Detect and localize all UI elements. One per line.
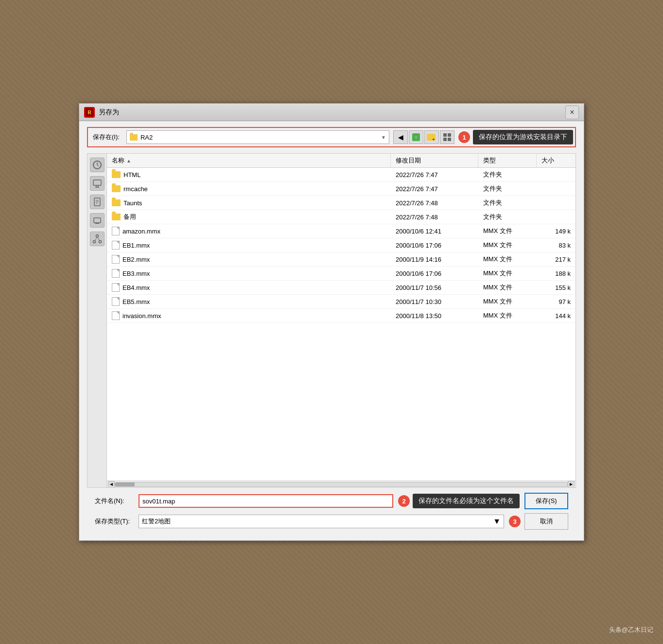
file-modified-cell: 2022/7/26 7:48	[391, 196, 478, 210]
file-modified-cell: 2022/7/26 7:48	[391, 210, 478, 224]
svg-text:↑: ↑	[415, 135, 418, 140]
file-modified-cell: 2000/10/6 12:41	[391, 224, 478, 238]
save-button[interactable]: 保存(S)	[524, 493, 568, 509]
view-button[interactable]	[440, 130, 454, 144]
horizontal-scrollbar[interactable]: ◀ ▶	[107, 481, 576, 487]
col-name[interactable]: 名称 ▲	[107, 154, 391, 167]
scrollbar-track[interactable]	[115, 482, 568, 487]
file-icon	[112, 311, 120, 320]
file-name-cell: HTML	[107, 168, 391, 181]
file-name-text: EB3.mmx	[122, 270, 150, 277]
filename-tooltip: 保存的文件名必须为这个文件名	[413, 494, 520, 508]
new-folder-button[interactable]: +	[424, 130, 439, 144]
file-name-cell: 备用	[107, 210, 391, 224]
scrollbar-thumb[interactable]	[115, 483, 135, 486]
filetype-row: 保存类型(T): 红警2地图 ▼ 3 取消	[95, 513, 568, 530]
file-icon	[112, 283, 120, 292]
file-name-cell: rmcache	[107, 182, 391, 196]
svg-point-25	[93, 241, 95, 243]
folder-icon	[130, 134, 138, 141]
cancel-button[interactable]: 取消	[524, 513, 568, 530]
table-row[interactable]: Taunts2022/7/26 7:48文件夹	[107, 196, 576, 210]
toolbar-buttons: ◀ ↑ +	[393, 130, 454, 144]
svg-line-28	[97, 237, 100, 241]
file-icon	[112, 255, 120, 264]
table-row[interactable]: invasion.mmx2000/11/8 13:50MMX 文件144 k	[107, 309, 576, 323]
filetype-label: 保存类型(T):	[95, 517, 134, 526]
table-row[interactable]: EB3.mmx2000/10/6 17:06MMX 文件188 k	[107, 267, 576, 281]
file-list-container: 名称 ▲ 修改日期 类型 大小 HTML2022/7/26 7:47文件夹rmc…	[106, 153, 576, 488]
nav-desktop-icon[interactable]	[90, 176, 105, 191]
col-size[interactable]: 大小	[537, 154, 576, 167]
file-type-cell: MMX 文件	[478, 309, 537, 322]
file-icon	[112, 269, 120, 278]
watermark: 头条@乙木日记	[609, 626, 653, 634]
file-modified-cell: 2022/7/26 7:47	[391, 168, 478, 181]
folder-icon	[112, 171, 121, 178]
file-size-cell	[537, 196, 576, 210]
back-button[interactable]: ◀	[393, 130, 408, 144]
file-name-text: rmcache	[123, 185, 148, 193]
folder-icon	[112, 214, 121, 220]
svg-rect-23	[95, 223, 99, 224]
file-modified-cell: 2000/11/7 10:56	[391, 281, 478, 294]
bottom-section: 文件名(N): 2 保存的文件名必须为这个文件名 保存(S) 保存类型(T): …	[87, 488, 576, 535]
annotation-1: 1	[458, 131, 470, 143]
file-type-cell: 文件夹	[478, 210, 537, 224]
file-size-cell: 97 k	[537, 295, 576, 308]
file-name-text: HTML	[123, 171, 140, 179]
table-row[interactable]: amazon.mmx2000/10/6 12:41MMX 文件149 k	[107, 224, 576, 238]
location-tooltip-area: 1 保存的位置为游戏安装目录下	[458, 130, 573, 144]
nav-network-icon[interactable]	[90, 232, 105, 246]
file-size-cell: 149 k	[537, 224, 576, 238]
table-row[interactable]: rmcache2022/7/26 7:47文件夹	[107, 182, 576, 196]
filetype-text: 红警2地图	[142, 517, 490, 526]
svg-rect-22	[94, 218, 101, 223]
scroll-left-btn[interactable]: ◀	[108, 481, 115, 488]
filetype-combo[interactable]: 红警2地图 ▼	[139, 515, 504, 528]
file-type-cell: MMX 文件	[478, 267, 537, 280]
file-name-cell: EB2.mmx	[107, 252, 391, 266]
svg-line-13	[97, 165, 99, 166]
sort-arrow-icon: ▲	[126, 158, 131, 163]
nav-recent-icon[interactable]	[90, 158, 105, 172]
nav-documents-icon[interactable]	[90, 195, 105, 209]
svg-rect-10	[448, 138, 451, 141]
nav-computer-icon[interactable]	[90, 213, 105, 228]
close-button[interactable]: ×	[565, 106, 579, 119]
svg-rect-7	[443, 133, 447, 137]
annotation-2: 2	[398, 495, 410, 507]
file-area: 名称 ▲ 修改日期 类型 大小 HTML2022/7/26 7:47文件夹rmc…	[87, 153, 576, 488]
folder-icon	[112, 185, 121, 192]
file-size-cell: 155 k	[537, 281, 576, 294]
file-type-cell: 文件夹	[478, 196, 537, 210]
filename-row: 文件名(N): 2 保存的文件名必须为这个文件名 保存(S)	[95, 493, 568, 509]
combo-arrow-icon: ▼	[381, 135, 386, 140]
up-button[interactable]: ↑	[409, 130, 423, 144]
table-row[interactable]: EB4.mmx2000/11/7 10:56MMX 文件155 k	[107, 281, 576, 295]
file-type-cell: MMX 文件	[478, 281, 537, 294]
file-modified-cell: 2022/7/26 7:47	[391, 182, 478, 196]
file-list-header: 名称 ▲ 修改日期 类型 大小	[107, 154, 576, 168]
table-row[interactable]: HTML2022/7/26 7:47文件夹	[107, 168, 576, 182]
svg-point-26	[99, 241, 101, 243]
file-modified-cell: 2000/11/9 14:16	[391, 252, 478, 266]
table-row[interactable]: EB2.mmx2000/11/9 14:16MMX 文件217 k	[107, 252, 576, 267]
file-type-cell: MMX 文件	[478, 252, 537, 266]
file-name-cell: EB5.mmx	[107, 295, 391, 308]
filename-input[interactable]	[139, 494, 393, 508]
col-type[interactable]: 类型	[478, 154, 537, 167]
scroll-right-btn[interactable]: ▶	[568, 481, 575, 488]
file-type-cell: 文件夹	[478, 182, 537, 196]
file-name-cell: invasion.mmx	[107, 309, 391, 322]
table-row[interactable]: EB1.mmx2000/10/6 17:06MMX 文件83 k	[107, 238, 576, 252]
col-modified[interactable]: 修改日期	[391, 154, 478, 167]
file-type-cell: MMX 文件	[478, 295, 537, 308]
table-row[interactable]: EB5.mmx2000/11/7 10:30MMX 文件97 k	[107, 295, 576, 309]
location-combo[interactable]: RA2 ▼	[126, 130, 389, 144]
file-name-text: 备用	[123, 213, 136, 221]
svg-line-27	[95, 237, 97, 241]
file-name-cell: EB3.mmx	[107, 267, 391, 280]
table-row[interactable]: 备用2022/7/26 7:48文件夹	[107, 210, 576, 224]
file-modified-cell: 2000/11/8 13:50	[391, 309, 478, 322]
